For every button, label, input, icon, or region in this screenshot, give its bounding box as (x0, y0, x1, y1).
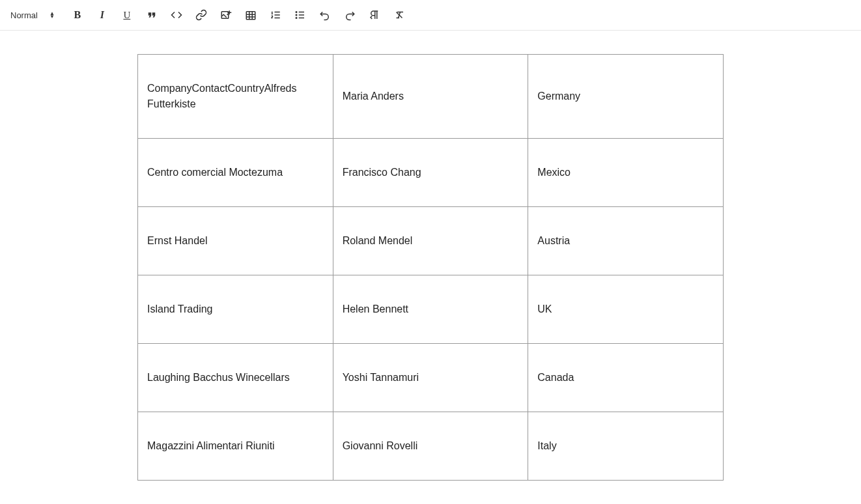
chevron-updown-icon: ▲▼ (49, 12, 55, 18)
text-direction-button[interactable] (362, 3, 387, 27)
italic-button[interactable]: I (90, 3, 115, 27)
table-cell[interactable]: Helen Bennett (333, 275, 528, 344)
cell-text: CompanyContactCountryAlfreds Futterkiste (147, 83, 296, 109)
table-cell[interactable]: Yoshi Tannamuri (333, 344, 528, 412)
table-cell[interactable]: CompanyContactCountryAlfreds Futterkiste (138, 55, 333, 139)
table-row[interactable]: Centro comercial Moctezuma Francisco Cha… (138, 139, 724, 207)
table-cell[interactable]: Canada (528, 344, 724, 412)
cell-text: Yoshi Tannamuri (343, 372, 419, 383)
table-cell[interactable]: Austria (528, 207, 724, 275)
svg-point-16 (296, 18, 297, 19)
quote-icon (146, 9, 158, 21)
cell-text: Giovanni Rovelli (343, 440, 418, 451)
cell-text: Maria Anders (343, 91, 404, 102)
ordered-list-icon (270, 9, 281, 21)
code-icon (171, 9, 182, 21)
table-cell[interactable]: Ernst Handel (138, 207, 333, 275)
cell-text: Italy (537, 440, 556, 451)
cell-text: Francisco Chang (343, 167, 421, 178)
cell-text: Island Trading (147, 303, 213, 315)
clear-format-icon (393, 9, 405, 21)
cell-text: Mexico (537, 167, 571, 178)
editor-toolbar: Normal ▲▼ B I U (0, 0, 861, 31)
link-button[interactable] (189, 3, 214, 27)
cell-text: Roland Mendel (343, 235, 413, 246)
table-row[interactable]: CompanyContactCountryAlfreds Futterkiste… (138, 55, 724, 139)
bullet-list-button[interactable] (288, 3, 313, 27)
clear-formatting-button[interactable] (387, 3, 412, 27)
table-cell[interactable]: Roland Mendel (333, 207, 528, 275)
cell-text: Laughing Bacchus Winecellars (147, 372, 290, 383)
cell-text: Canada (537, 372, 574, 383)
undo-button[interactable] (313, 3, 337, 27)
table-cell[interactable]: Mexico (528, 139, 724, 207)
editor-content[interactable]: CompanyContactCountryAlfreds Futterkiste… (0, 31, 861, 504)
heading-select-label: Normal (10, 10, 38, 20)
cell-text: Austria (537, 235, 570, 246)
cell-text: Centro comercial Moctezuma (147, 167, 283, 178)
table-cell[interactable]: Island Trading (138, 275, 333, 344)
table-cell[interactable]: Giovanni Rovelli (333, 412, 528, 481)
underline-button[interactable]: U (115, 3, 139, 27)
cell-text: UK (537, 303, 552, 315)
table-cell[interactable]: UK (528, 275, 724, 344)
undo-icon (319, 9, 331, 21)
data-table[interactable]: CompanyContactCountryAlfreds Futterkiste… (137, 54, 724, 481)
table-cell[interactable]: Laughing Bacchus Winecellars (138, 344, 333, 412)
table-cell[interactable]: Germany (528, 55, 724, 139)
table-icon (245, 9, 257, 21)
table-row[interactable]: Island Trading Helen Bennett UK (138, 275, 724, 344)
cell-text: Helen Bennett (343, 303, 408, 315)
cell-text: Ernst Handel (147, 235, 208, 246)
italic-icon: I (100, 9, 104, 21)
image-icon (220, 9, 232, 21)
ordered-list-button[interactable] (263, 3, 288, 27)
pilcrow-rtl-icon (369, 9, 380, 21)
redo-icon (344, 9, 356, 21)
table-row[interactable]: Laughing Bacchus Winecellars Yoshi Tanna… (138, 344, 724, 412)
blockquote-button[interactable] (139, 3, 164, 27)
bold-button[interactable]: B (65, 3, 90, 27)
table-cell[interactable]: Magazzini Alimentari Riuniti (138, 412, 333, 481)
table-button[interactable] (238, 3, 263, 27)
table-row[interactable]: Magazzini Alimentari Riuniti Giovanni Ro… (138, 412, 724, 481)
image-button[interactable] (214, 3, 238, 27)
svg-point-15 (296, 14, 297, 16)
underline-icon: U (123, 10, 130, 21)
codeblock-button[interactable] (164, 3, 189, 27)
table-cell[interactable]: Centro comercial Moctezuma (138, 139, 333, 207)
link-icon (195, 9, 207, 21)
svg-rect-3 (246, 12, 255, 20)
table-row[interactable]: Ernst Handel Roland Mendel Austria (138, 207, 724, 275)
table-cell[interactable]: Italy (528, 412, 724, 481)
bullet-list-icon (294, 9, 306, 21)
svg-point-14 (296, 12, 297, 13)
table-cell[interactable]: Francisco Chang (333, 139, 528, 207)
cell-text: Germany (537, 91, 580, 102)
table-cell[interactable]: Maria Anders (333, 55, 528, 139)
redo-button[interactable] (337, 3, 362, 27)
heading-select[interactable]: Normal ▲▼ (5, 8, 60, 23)
cell-text: Magazzini Alimentari Riuniti (147, 440, 275, 451)
bold-icon: B (74, 9, 81, 21)
